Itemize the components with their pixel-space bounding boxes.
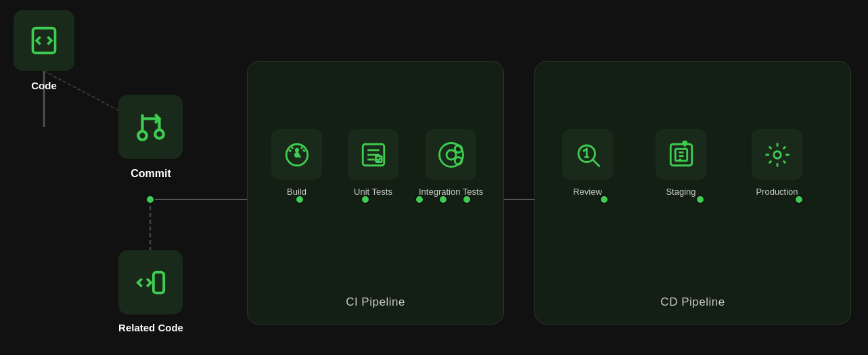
- commit-label: Commit: [110, 168, 191, 180]
- dot-build: [295, 195, 304, 204]
- svg-point-43: [773, 151, 781, 158]
- code-label: Code: [14, 80, 74, 91]
- dot-integration-tests-1: [415, 195, 424, 204]
- dot-review: [599, 195, 609, 204]
- unit-tests-icon-bg: [348, 129, 398, 180]
- svg-point-16: [296, 149, 298, 151]
- related-code-box: [118, 250, 183, 314]
- production-stage: Production: [752, 129, 802, 198]
- build-stage: Build: [271, 129, 322, 198]
- cd-pipeline-box: Review Staging: [534, 61, 851, 325]
- unit-tests-stage: Unit Tests: [348, 129, 398, 198]
- production-label: Production: [756, 187, 798, 198]
- build-icon-bg: [271, 129, 322, 180]
- related-code-label: Related Code: [110, 322, 191, 333]
- svg-point-42: [683, 141, 686, 144]
- diagram-container: Code Commit Related Code: [0, 0, 868, 355]
- production-icon-bg: [752, 129, 802, 180]
- staging-stage: Staging: [656, 129, 706, 198]
- svg-rect-12: [153, 272, 163, 293]
- dot-integration-tests-2: [438, 195, 448, 204]
- dot-production: [794, 195, 804, 204]
- staging-icon-bg: [656, 129, 706, 180]
- dot-integration-tests-3: [462, 195, 472, 204]
- svg-point-27: [447, 150, 456, 160]
- dot-unit-tests: [361, 195, 370, 204]
- integration-tests-label: Integration Tests: [419, 187, 483, 198]
- dot-commit: [145, 195, 155, 204]
- integration-tests-icon-bg: [426, 129, 476, 180]
- unit-tests-label: Unit Tests: [354, 187, 392, 198]
- code-box: [14, 10, 74, 71]
- integration-tests-stage: Integration Tests: [419, 129, 483, 198]
- svg-point-7: [138, 131, 147, 140]
- svg-line-21: [302, 150, 305, 151]
- dot-staging: [695, 195, 705, 204]
- svg-rect-33: [670, 144, 692, 166]
- svg-line-31: [593, 160, 599, 166]
- review-label: Review: [573, 187, 602, 198]
- ci-pipeline-label: CI Pipeline: [248, 295, 503, 309]
- staging-label: Staging: [666, 187, 695, 198]
- cd-pipeline-label: CD Pipeline: [535, 295, 850, 309]
- ci-pipeline-box: Build Unit Tests: [247, 61, 504, 325]
- svg-point-17: [295, 153, 298, 156]
- review-stage: Review: [562, 129, 613, 198]
- svg-point-11: [155, 130, 164, 139]
- commit-box: [118, 95, 183, 159]
- svg-line-20: [288, 150, 291, 151]
- review-icon-bg: [562, 129, 613, 180]
